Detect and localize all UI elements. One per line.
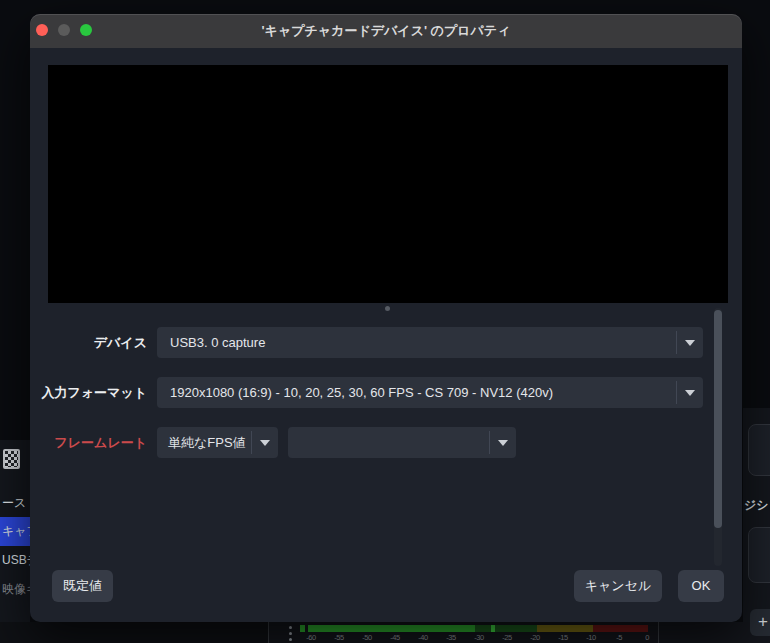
input-format-label: 入力フォーマット [30, 377, 147, 408]
chevron-down-icon [260, 440, 270, 446]
cancel-button[interactable]: キャンセル [574, 570, 662, 602]
meter-tick: -25 [496, 633, 518, 642]
dropdown-separator [676, 331, 677, 354]
meter-tick: -60 [300, 633, 322, 642]
splitter-grip-icon[interactable] [385, 306, 390, 311]
dialog-titlebar[interactable]: 'キャプチャカードデバイス' のプロパティ [30, 14, 742, 48]
add-source-button[interactable]: + [750, 609, 770, 636]
meter-segment [308, 625, 475, 632]
bg-panel-pill [748, 527, 770, 583]
source-film-icon [3, 449, 20, 469]
meter-tick: -10 [580, 633, 602, 642]
properties-dialog: 'キャプチャカードデバイス' のプロパティ デバイス USB3. 0 captu… [30, 14, 742, 622]
meter-tick: -55 [328, 633, 350, 642]
device-label: デバイス [30, 327, 147, 358]
scrollbar-thumb[interactable] [714, 310, 722, 528]
meter-segment [475, 625, 491, 632]
dialog-title: 'キャプチャカードデバイス' のプロパティ [30, 14, 742, 48]
meter-segment [300, 625, 305, 632]
sources-panel-title: ース [2, 495, 26, 512]
meter-tick: -50 [356, 633, 378, 642]
meter-tick: -30 [468, 633, 490, 642]
dropdown-separator [251, 431, 252, 454]
input-format-dropdown[interactable]: 1920x1080 (16:9) - 10, 20, 25, 30, 60 FP… [157, 377, 703, 408]
volume-meter: -60 -55 -50 -45 -40 -35 -30 -25 -20 -15 … [0, 622, 770, 643]
frame-rate-label: フレームレート [30, 427, 147, 458]
meter-tick: -5 [608, 633, 630, 642]
chevron-down-icon [685, 390, 695, 396]
dropdown-separator [676, 381, 677, 404]
ok-button[interactable]: OK [678, 570, 724, 602]
chevron-down-icon [498, 440, 508, 446]
meter-tick: -45 [384, 633, 406, 642]
meter-tick: -15 [552, 633, 574, 642]
mixer-divider [658, 622, 659, 643]
meter-segment [495, 625, 537, 632]
meter-tick: -20 [524, 633, 546, 642]
input-format-value: 1920x1080 (16:9) - 10, 20, 25, 30, 60 FP… [170, 377, 553, 408]
device-dropdown[interactable]: USB3. 0 capture [157, 327, 703, 358]
meter-tick: -40 [412, 633, 434, 642]
meter-segment [537, 625, 593, 632]
dropdown-separator [489, 431, 490, 454]
fps-type-dropdown[interactable]: 単純なFPS値 [157, 427, 278, 458]
meter-tick: -35 [440, 633, 462, 642]
fps-value-dropdown[interactable] [288, 427, 516, 458]
bg-panel-pill [748, 424, 770, 476]
meter-segment [593, 625, 648, 632]
meter-tick: 0 [636, 633, 658, 642]
fps-type-value: 単純なFPS値 [168, 427, 246, 458]
video-preview [48, 65, 728, 303]
transitions-panel-title: ジシ [744, 497, 769, 514]
defaults-button[interactable]: 既定値 [52, 570, 113, 602]
source-list-item-selected[interactable]: キャプ [0, 517, 30, 546]
device-value: USB3. 0 capture [170, 327, 265, 358]
chevron-down-icon [685, 340, 695, 346]
